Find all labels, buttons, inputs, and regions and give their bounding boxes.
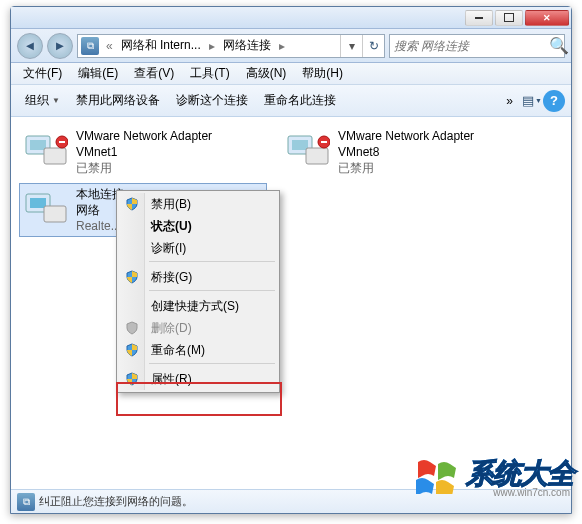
svg-rect-12 xyxy=(44,206,66,222)
shield-icon xyxy=(125,321,139,335)
menu-bar: 文件(F) 编辑(E) 查看(V) 工具(T) 高级(N) 帮助(H) xyxy=(11,63,571,85)
menu-help[interactable]: 帮助(H) xyxy=(294,63,351,84)
search-input[interactable] xyxy=(390,39,549,53)
status-text: 纠正阻止您连接到网络的问题。 xyxy=(39,494,193,509)
help-icon[interactable]: ? xyxy=(543,90,565,112)
menu-view[interactable]: 查看(V) xyxy=(126,63,182,84)
ctx-shortcut[interactable]: 创建快捷方式(S) xyxy=(119,295,277,317)
network-icon: ⧉ xyxy=(17,493,35,511)
adapter-icon xyxy=(22,128,70,176)
organize-button[interactable]: 组织▼ xyxy=(17,89,68,112)
title-bar xyxy=(11,7,571,29)
crumb-separator[interactable]: ▸ xyxy=(275,39,289,53)
disable-device-button[interactable]: 禁用此网络设备 xyxy=(68,89,168,112)
minimize-button[interactable] xyxy=(465,10,493,26)
network-icon: ⧉ xyxy=(81,37,99,55)
shield-icon xyxy=(125,270,139,284)
svg-rect-1 xyxy=(30,140,46,150)
ctx-diagnose[interactable]: 诊断(I) xyxy=(119,237,277,259)
watermark-url: www.win7cn.com xyxy=(493,487,570,498)
menu-edit[interactable]: 编辑(E) xyxy=(70,63,126,84)
svg-rect-2 xyxy=(44,148,66,164)
ctx-properties[interactable]: 属性(R) xyxy=(119,368,277,390)
svg-rect-6 xyxy=(292,140,308,150)
crumb-network-internet[interactable]: 网络和 Intern... xyxy=(117,37,205,54)
connection-vmnet8[interactable]: VMware Network Adapter VMnet8 已禁用 xyxy=(281,125,529,179)
menu-advanced[interactable]: 高级(N) xyxy=(238,63,295,84)
svg-rect-9 xyxy=(321,141,327,143)
connection-status: 已禁用 xyxy=(338,160,474,176)
back-button[interactable]: ◄ xyxy=(17,33,43,59)
ctx-status[interactable]: 状态(U) xyxy=(119,215,277,237)
close-button[interactable] xyxy=(525,10,569,26)
svg-rect-7 xyxy=(306,148,328,164)
address-dropdown[interactable]: ▾ xyxy=(340,35,362,57)
connections-list: VMware Network Adapter VMnet1 已禁用 VMware… xyxy=(11,117,571,489)
menu-file[interactable]: 文件(F) xyxy=(15,63,70,84)
connection-name: VMware Network Adapter xyxy=(338,128,474,144)
shield-icon xyxy=(125,372,139,386)
connection-vmnet1[interactable]: VMware Network Adapter VMnet1 已禁用 xyxy=(19,125,267,179)
search-icon[interactable]: 🔍 xyxy=(549,36,569,55)
svg-rect-11 xyxy=(30,198,46,208)
ctx-bridge[interactable]: 桥接(G) xyxy=(119,266,277,288)
connection-sub: VMnet1 xyxy=(76,144,212,160)
shield-icon xyxy=(125,343,139,357)
address-bar: ◄ ► ⧉ « 网络和 Intern... ▸ 网络连接 ▸ ▾ ↻ 🔍 xyxy=(11,29,571,63)
connection-sub: VMnet8 xyxy=(338,144,474,160)
diagnose-button[interactable]: 诊断这个连接 xyxy=(168,89,256,112)
shield-icon xyxy=(125,197,139,211)
svg-rect-4 xyxy=(59,141,65,143)
crumb-separator[interactable]: ▸ xyxy=(205,39,219,53)
menu-tools[interactable]: 工具(T) xyxy=(182,63,237,84)
ctx-rename[interactable]: 重命名(M) xyxy=(119,339,277,361)
maximize-button[interactable] xyxy=(495,10,523,26)
breadcrumb[interactable]: ⧉ « 网络和 Intern... ▸ 网络连接 ▸ ▾ ↻ xyxy=(77,34,385,58)
adapter-icon xyxy=(22,186,70,234)
refresh-button[interactable]: ↻ xyxy=(362,35,384,57)
explorer-window: ◄ ► ⧉ « 网络和 Intern... ▸ 网络连接 ▸ ▾ ↻ 🔍 文件(… xyxy=(10,6,572,514)
rename-button[interactable]: 重命名此连接 xyxy=(256,89,344,112)
crumb-network-connections[interactable]: 网络连接 xyxy=(219,37,275,54)
toolbar: 组织▼ 禁用此网络设备 诊断这个连接 重命名此连接 » ▤▼ ? xyxy=(11,85,571,117)
ctx-delete: 删除(D) xyxy=(119,317,277,339)
context-menu: 禁用(B) 状态(U) 诊断(I) 桥接(G) 创建快捷方式(S) 删除(D) … xyxy=(116,190,280,393)
windows-logo-icon xyxy=(416,454,460,494)
adapter-icon xyxy=(284,128,332,176)
more-button[interactable]: » xyxy=(498,91,521,111)
ctx-disable[interactable]: 禁用(B) xyxy=(119,193,277,215)
view-icon[interactable]: ▤▼ xyxy=(521,90,543,112)
connection-status: 已禁用 xyxy=(76,160,212,176)
connection-name: VMware Network Adapter xyxy=(76,128,212,144)
crumb-separator[interactable]: « xyxy=(102,39,117,53)
forward-button[interactable]: ► xyxy=(47,33,73,59)
search-box[interactable]: 🔍 xyxy=(389,34,565,58)
